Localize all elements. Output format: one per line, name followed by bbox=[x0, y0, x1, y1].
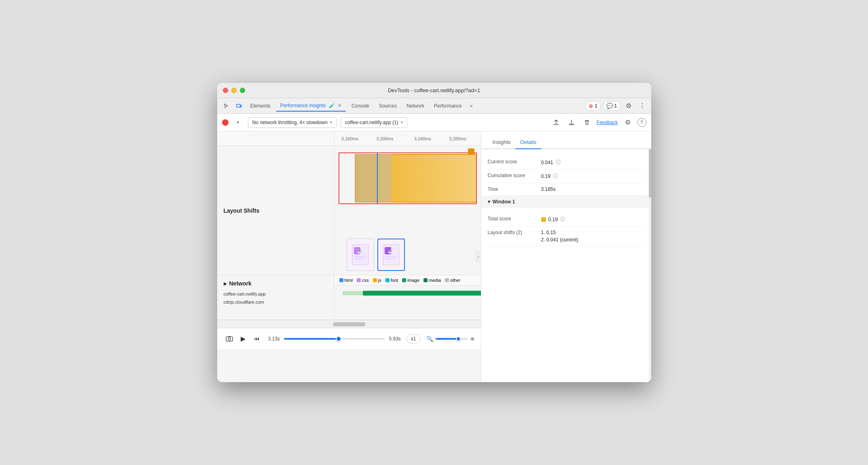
tab-elements[interactable]: Elements bbox=[246, 101, 275, 111]
tab-performance[interactable]: Performance bbox=[430, 101, 466, 111]
network-legend: html css js font bbox=[334, 275, 481, 285]
zoom-out-icon[interactable]: 🔍 bbox=[426, 336, 433, 342]
timeline-slider[interactable] bbox=[284, 338, 385, 340]
upload-icon[interactable] bbox=[550, 117, 562, 128]
scroll-track[interactable] bbox=[217, 320, 481, 328]
svg-rect-12 bbox=[226, 337, 233, 341]
thumbnail-1[interactable]: ☕ bbox=[347, 239, 374, 271]
tab-insights[interactable]: Insights bbox=[488, 136, 516, 149]
cursor-icon[interactable] bbox=[220, 100, 232, 112]
settings-icon[interactable]: ⚙ bbox=[623, 100, 634, 112]
timeline-labels-spacer bbox=[217, 131, 334, 146]
minimize-button[interactable] bbox=[231, 88, 237, 93]
image-label: image bbox=[407, 278, 419, 283]
detail-time: Time 3.185s bbox=[488, 183, 645, 196]
time-end: 5.93s bbox=[389, 336, 400, 342]
total-score-label: Total score bbox=[488, 216, 536, 222]
svg-text:☕: ☕ bbox=[357, 249, 362, 254]
fullscreen-button[interactable] bbox=[240, 88, 245, 93]
network-bars bbox=[334, 285, 481, 319]
messages-badge[interactable]: 💬 1 bbox=[603, 101, 620, 111]
cumulative-score-label: Cumulative score bbox=[488, 173, 536, 178]
svg-rect-5 bbox=[354, 258, 364, 260]
panel-scrollbar-thumb[interactable] bbox=[649, 149, 651, 198]
svg-rect-0 bbox=[237, 104, 240, 107]
svg-rect-1 bbox=[240, 105, 241, 107]
legend-image: image bbox=[402, 278, 419, 283]
tab-details[interactable]: Details bbox=[515, 136, 541, 149]
bottom-bar: ▶ ⏮ 3.13s 5.93s x1 🔍 bbox=[217, 328, 481, 349]
download-icon[interactable] bbox=[566, 117, 577, 128]
cumulative-score-info-icon[interactable]: ⓘ bbox=[553, 173, 558, 180]
tab-performance-insights[interactable]: Performance insights 🧪 ✕ bbox=[276, 100, 346, 112]
network-label: Network bbox=[229, 280, 252, 287]
speed-button[interactable]: x1 bbox=[406, 334, 421, 344]
detail-cumulative-score: Cumulative score 0.19 ⓘ bbox=[488, 169, 645, 183]
settings2-icon[interactable]: ⚙ bbox=[622, 117, 633, 128]
layout-shift-red-outline bbox=[339, 152, 477, 204]
devices-icon[interactable] bbox=[233, 100, 245, 112]
tick-4: 3,280ms bbox=[449, 136, 466, 141]
tab-close-icon[interactable]: ✕ bbox=[338, 103, 342, 108]
thumbnails-area: ☕ ☕ bbox=[347, 239, 405, 271]
tab-network[interactable]: Network bbox=[402, 101, 428, 111]
window-title: DevTools - coffee-cart.netlify.app/?ad=1 bbox=[388, 87, 480, 93]
zoom-slider[interactable] bbox=[436, 338, 468, 340]
legend-html: html bbox=[339, 278, 353, 283]
other-dot bbox=[445, 278, 449, 282]
zoom-slider-thumb[interactable] bbox=[456, 336, 461, 341]
cumulative-score-value: 0.19 ⓘ bbox=[541, 173, 558, 180]
skip-to-start-icon[interactable]: ⏮ bbox=[251, 333, 263, 345]
svg-rect-14 bbox=[228, 336, 231, 337]
traffic-lights bbox=[223, 88, 245, 93]
layout-shifts-row: Layout Shifts bbox=[217, 146, 481, 275]
svg-rect-9 bbox=[385, 256, 397, 258]
time-start: 3.13s bbox=[268, 336, 280, 342]
more-options-icon[interactable]: ⋮ bbox=[637, 100, 648, 112]
devtools-window: DevTools - coffee-cart.netlify.app/?ad=1… bbox=[217, 83, 651, 382]
panel-scrollbar[interactable] bbox=[649, 149, 651, 382]
tick-3: 3,240ms bbox=[414, 136, 431, 141]
total-score-info-icon[interactable]: ⓘ bbox=[560, 216, 565, 223]
domain-1: coffee-cart.netlify.app bbox=[224, 292, 328, 296]
collapse-panel-button[interactable]: › bbox=[476, 251, 481, 262]
throttle-dropdown[interactable]: No network throttling, 4× slowdown ▾ bbox=[248, 117, 337, 128]
tab-sources[interactable]: Sources bbox=[375, 101, 401, 111]
layout-shifts-content[interactable]: ☕ ☕ bbox=[334, 146, 481, 275]
css-label: css bbox=[362, 278, 369, 283]
detail-current-score: Current score 0.041 ⓘ bbox=[488, 156, 645, 169]
time-range: 3.13s 5.93s bbox=[268, 336, 401, 342]
dropdown-arrow-icon[interactable]: ▾ bbox=[233, 117, 244, 128]
thumbnail-2[interactable]: ☕ bbox=[377, 239, 405, 271]
total-score-value: 0.19 ⓘ bbox=[541, 216, 565, 223]
scroll-thumb[interactable] bbox=[333, 322, 365, 326]
right-panel: › Insights Details Current score 0.041 ⓘ bbox=[481, 131, 651, 382]
current-score-value: 0.041 ⓘ bbox=[541, 159, 561, 166]
scroll-indicator bbox=[468, 148, 474, 155]
js-label: js bbox=[378, 278, 381, 283]
close-button[interactable] bbox=[223, 88, 228, 93]
help-icon[interactable]: ? bbox=[637, 118, 646, 127]
bar-segment-light bbox=[343, 291, 363, 295]
delete-icon[interactable] bbox=[581, 117, 593, 128]
zoom-in-icon[interactable]: ⊕ bbox=[470, 336, 474, 342]
origin-dropdown[interactable]: coffee-cart.netlify.app (1) ▾ bbox=[341, 117, 407, 128]
zoom-slider-fill bbox=[436, 338, 458, 340]
html-dot bbox=[339, 278, 343, 282]
slider-thumb[interactable] bbox=[336, 336, 341, 342]
more-tabs-button[interactable]: » bbox=[468, 101, 475, 110]
screenshot-icon[interactable] bbox=[224, 333, 235, 345]
errors-badge[interactable]: ⊗ 1 bbox=[585, 101, 601, 111]
error-icon: ⊗ bbox=[589, 103, 593, 109]
play-button[interactable]: ▶ bbox=[241, 335, 246, 342]
throttle-dropdown-arrow: ▾ bbox=[330, 120, 332, 125]
current-score-info-icon[interactable]: ⓘ bbox=[556, 159, 561, 166]
js-dot bbox=[373, 278, 377, 282]
svg-text:☕: ☕ bbox=[388, 249, 393, 254]
record-button[interactable] bbox=[222, 119, 229, 126]
tick-1: 3,160ms bbox=[341, 136, 358, 141]
section-collapse-icon[interactable]: ▾ bbox=[488, 199, 490, 205]
tab-console[interactable]: Console bbox=[347, 101, 373, 111]
network-expand-arrow[interactable]: ▶ bbox=[224, 281, 227, 286]
feedback-link[interactable]: Feedback bbox=[597, 120, 618, 125]
